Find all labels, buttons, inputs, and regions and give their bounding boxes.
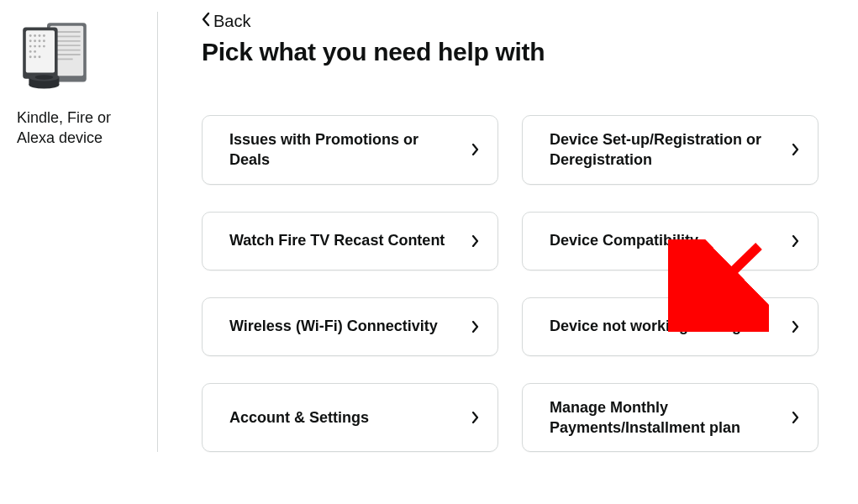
svg-point-23 [29,50,32,53]
svg-point-26 [34,55,36,58]
chevron-right-icon [792,235,799,247]
option-manage-monthly-payments[interactable]: Manage Monthly Payments/Installment plan [522,383,819,453]
option-fire-tv-recast[interactable]: Watch Fire TV Recast Content [202,212,498,270]
svg-point-14 [43,34,45,37]
svg-point-20 [34,45,36,48]
chevron-right-icon [471,144,479,155]
option-label: Manage Monthly Payments/Installment plan [550,397,792,438]
svg-point-15 [29,39,32,42]
option-promotions-deals[interactable]: Issues with Promotions or Deals [202,115,498,185]
svg-point-27 [39,55,41,58]
svg-point-25 [29,55,32,58]
svg-point-16 [34,39,36,42]
option-label: Account & Settings [229,407,381,428]
svg-point-19 [29,45,32,48]
option-account-settings[interactable]: Account & Settings [202,383,498,453]
chevron-right-icon [792,144,799,155]
option-wireless-wifi[interactable]: Wireless (Wi-Fi) Connectivity [202,297,498,356]
back-button[interactable]: Back [200,12,250,31]
option-label: Wireless (Wi-Fi) Connectivity [229,316,450,336]
option-label: Device not working/damaged [550,316,771,336]
chevron-right-icon [471,321,479,333]
svg-point-13 [39,34,41,37]
option-label: Device Set-up/Registration or Deregistra… [550,129,792,171]
svg-point-24 [34,50,36,53]
device-illustration [17,17,142,104]
option-label: Device Compatibility [550,230,710,250]
options-grid: Issues with Promotions or Deals Device S… [202,115,858,452]
option-device-not-working[interactable]: Device not working/damaged [522,297,819,356]
svg-point-11 [29,34,32,37]
svg-point-21 [39,45,41,48]
chevron-left-icon [200,12,212,31]
sidebar: Kindle, Fire or Alexa device [17,12,158,452]
back-label: Back [213,12,250,31]
option-device-compatibility[interactable]: Device Compatibility [522,212,819,270]
option-device-setup-registration[interactable]: Device Set-up/Registration or Deregistra… [522,115,819,185]
svg-point-18 [43,39,45,42]
option-label: Watch Fire TV Recast Content [229,230,456,250]
page-container: Kindle, Fire or Alexa device Back Pick w… [0,0,858,452]
main-content: Back Pick what you need help with Issues… [158,12,858,452]
chevron-right-icon [471,235,479,247]
svg-point-22 [43,45,45,48]
chevron-right-icon [471,412,479,423]
chevron-right-icon [792,412,799,423]
svg-point-12 [34,34,36,37]
svg-point-17 [39,39,41,42]
page-title: Pick what you need help with [202,38,858,66]
sidebar-device-label: Kindle, Fire or Alexa device [17,108,142,149]
chevron-right-icon [792,321,799,333]
option-label: Issues with Promotions or Deals [229,129,471,171]
svg-point-31 [35,75,54,79]
